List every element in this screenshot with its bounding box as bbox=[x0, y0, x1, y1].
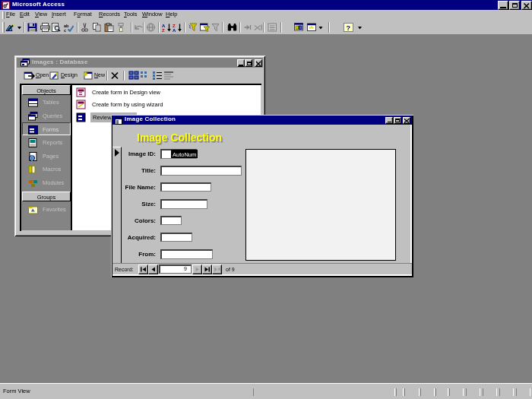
svg-text:A: A bbox=[162, 24, 166, 28]
svg-text:A: A bbox=[173, 28, 176, 32]
svg-text:c: c bbox=[64, 28, 66, 33]
svg-text:Z: Z bbox=[162, 28, 165, 32]
svg-text:?: ? bbox=[347, 24, 351, 32]
svg-text:Z: Z bbox=[173, 24, 176, 28]
